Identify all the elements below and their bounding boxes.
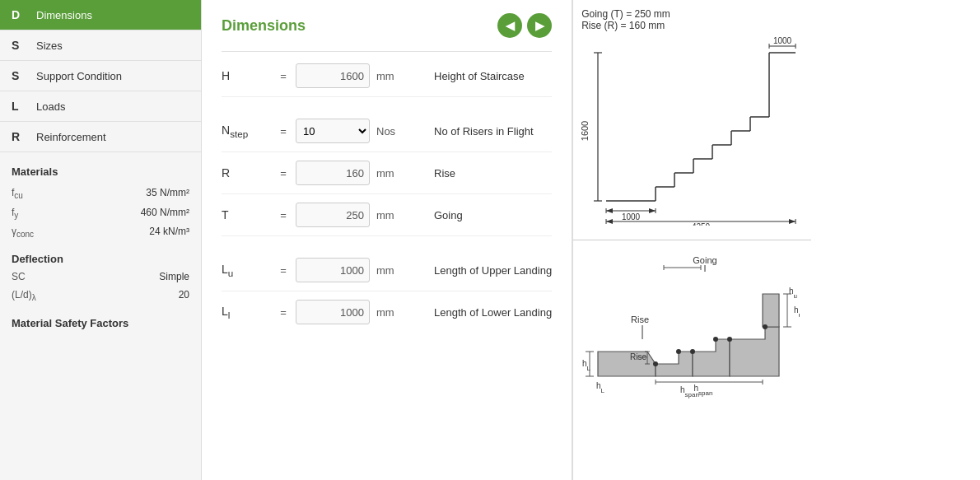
svg-text:1000: 1000 <box>622 212 641 221</box>
fcu-label: fcu <box>12 184 23 203</box>
staircase-diagram-top: 1600 <box>581 36 800 226</box>
main-panel: Dimensions ◀ ▶ H = mm Height of Staircas… <box>202 0 572 480</box>
svg-point-62 <box>727 337 732 342</box>
svg-point-63 <box>763 324 768 329</box>
svg-text:Rise: Rise <box>630 352 646 361</box>
nav-buttons: ◀ ▶ <box>497 13 552 38</box>
svg-point-59 <box>676 349 681 354</box>
sidebar-item-support[interactable]: S Support Condition <box>0 61 201 91</box>
yconc-value: 24 kN/m³ <box>149 223 189 242</box>
svg-marker-43 <box>656 352 693 376</box>
ll-input[interactable] <box>296 300 370 324</box>
main-header: Dimensions ◀ ▶ <box>222 13 552 38</box>
nstep-label: Nstep <box>222 123 271 139</box>
nstep-row: Nstep = 8 9 10 11 12 13 14 Nos No of Ris… <box>222 110 552 152</box>
lu-desc: Length of Upper Landing <box>434 264 552 277</box>
diagram-info1: Going (T) = 250 mm Rise (R) = 160 mm <box>581 8 803 31</box>
sc-row: SC Simple <box>12 268 189 287</box>
t-desc: Going <box>434 209 463 221</box>
nstep-select[interactable]: 8 9 10 11 12 13 14 <box>296 119 370 143</box>
spacer2 <box>222 236 552 249</box>
svg-marker-33 <box>606 208 613 213</box>
sidebar-item-reinforcement[interactable]: R Reinforcement <box>0 122 201 152</box>
deflection-section: Deflection SC Simple (L/d)λ 20 <box>12 249 189 305</box>
materials-fcu-row: fcu 35 N/mm² <box>12 184 189 203</box>
svg-text:hL: hL <box>596 381 605 394</box>
sidebar-label-support: Support Condition <box>36 70 122 82</box>
nav-back-button[interactable]: ◀ <box>497 13 522 38</box>
svg-marker-44 <box>693 339 730 376</box>
svg-point-58 <box>653 361 658 366</box>
lu-eq: = <box>271 264 296 277</box>
svg-text:hu: hu <box>789 287 797 300</box>
h-label: H <box>222 69 271 82</box>
r-label: R <box>222 166 271 179</box>
lu-label: Lu <box>222 263 271 278</box>
sidebar-letter-r: R <box>12 130 28 143</box>
svg-text:4250: 4250 <box>692 222 711 226</box>
sidebar-label-sizes: Sizes <box>36 40 63 52</box>
r-eq: = <box>271 167 296 179</box>
lu-unit: mm <box>376 264 418 277</box>
t-row: T = mm Going <box>222 194 552 236</box>
svg-point-60 <box>690 349 695 354</box>
sc-label: SC <box>12 268 26 287</box>
svg-marker-31 <box>606 219 613 224</box>
sidebar-letter-s2: S <box>12 69 28 82</box>
ld-value: 20 <box>179 287 189 305</box>
ld-label: (L/d)λ <box>12 287 36 305</box>
sidebar-item-loads[interactable]: L Loads <box>0 91 201 122</box>
ll-unit: mm <box>376 306 418 319</box>
svg-marker-45 <box>730 327 779 376</box>
right-panels: Going (T) = 250 mm Rise (R) = 160 mm 160… <box>572 0 811 480</box>
svg-text:hu: hu <box>794 305 800 319</box>
sidebar-letter-l: L <box>12 100 28 113</box>
materials-fy-row: fy 460 N/mm² <box>12 204 189 223</box>
t-unit: mm <box>376 209 418 221</box>
t-eq: = <box>271 209 296 221</box>
staircase-cross-section: Going hu Rise hL hspan <box>581 249 800 413</box>
sidebar-item-sizes[interactable]: S Sizes <box>0 30 201 61</box>
going-info: Going (T) = 250 mm <box>581 8 670 20</box>
h-row: H = mm Height of Staircase <box>222 55 552 97</box>
deflection-title: Deflection <box>12 249 189 268</box>
materials-title: Materials <box>12 162 189 181</box>
rise-info: Rise (R) = 160 mm <box>581 20 665 31</box>
h-eq: = <box>271 70 296 82</box>
page-title: Dimensions <box>222 17 306 35</box>
svg-point-61 <box>713 337 718 342</box>
ll-eq: = <box>271 306 296 319</box>
msf-title: Material Safety Factors <box>12 314 189 333</box>
ll-label: Ll <box>222 305 271 320</box>
svg-text:Rise: Rise <box>631 315 649 324</box>
h-desc: Height of Staircase <box>434 70 525 82</box>
sc-value: Simple <box>159 268 189 287</box>
svg-marker-34 <box>649 208 656 213</box>
svg-marker-32 <box>789 219 796 224</box>
diagram-bottom-panel: Going hu Rise hL hspan <box>573 240 811 480</box>
sidebar: D Dimensions S Sizes S Support Condition… <box>0 0 202 480</box>
sidebar-letter-s1: S <box>12 39 28 52</box>
nav-forward-button[interactable]: ▶ <box>527 13 552 38</box>
sidebar-letter-d: D <box>12 8 28 21</box>
r-desc: Rise <box>434 167 455 179</box>
nstep-eq: = <box>271 125 296 137</box>
h-input[interactable] <box>296 63 370 88</box>
r-input[interactable] <box>296 161 370 185</box>
ll-desc: Length of Lower Landing <box>434 306 552 319</box>
svg-text:Going: Going <box>693 255 716 265</box>
header-divider <box>222 51 552 52</box>
t-input[interactable] <box>296 203 370 227</box>
sidebar-label-dimensions: Dimensions <box>36 9 92 21</box>
svg-text:1600: 1600 <box>581 121 590 141</box>
svg-marker-46 <box>763 294 779 327</box>
diagram-top-panel: Going (T) = 250 mm Rise (R) = 160 mm 160… <box>573 0 811 240</box>
r-unit: mm <box>376 167 418 179</box>
sidebar-item-dimensions[interactable]: D Dimensions <box>0 0 201 30</box>
lu-input[interactable] <box>296 258 370 282</box>
r-row: R = mm Rise <box>222 152 552 194</box>
spacer1 <box>222 97 552 110</box>
fcu-value: 35 N/mm² <box>146 184 189 203</box>
sidebar-label-reinforcement: Reinforcement <box>36 131 106 143</box>
sidebar-label-loads: Loads <box>36 100 65 113</box>
